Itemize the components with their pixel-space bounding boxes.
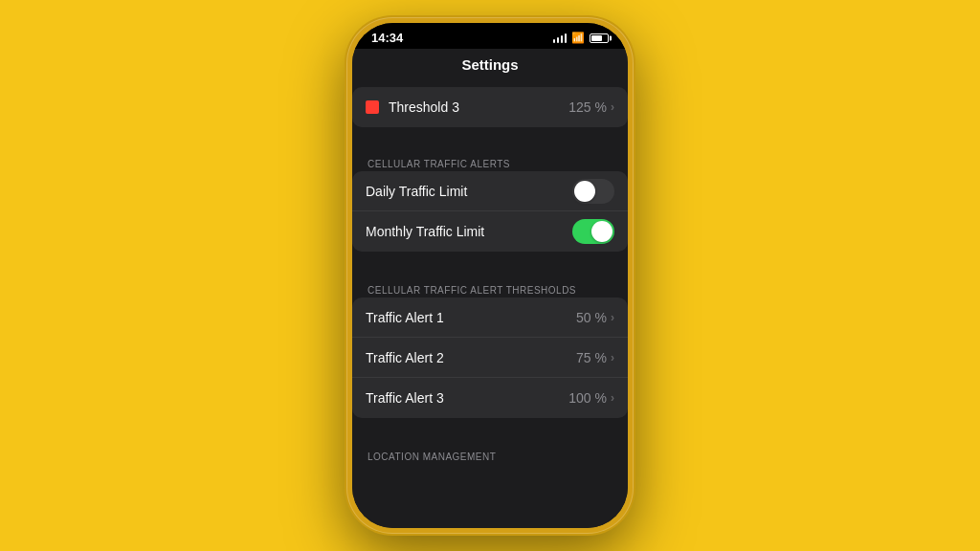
- traffic-alert-1-left: Traffic Alert 1: [366, 310, 576, 325]
- daily-traffic-label: Daily Traffic Limit: [366, 184, 467, 199]
- cellular-alerts-group: CELLULAR TRAFFIC ALERTS Daily Traffic Li…: [352, 154, 628, 252]
- traffic-alert-2-value: 75 %: [576, 350, 607, 365]
- daily-traffic-toggle[interactable]: [572, 179, 614, 204]
- phone-screen: 14:34 📶 Settings: [352, 23, 628, 528]
- cellular-alerts-block: Daily Traffic Limit Monthly Traffic Limi…: [352, 171, 628, 252]
- traffic-alert-3-value: 100 %: [568, 390, 607, 406]
- thresholds-label: CELLULAR TRAFFIC ALERT THRESHOLDS: [352, 276, 591, 299]
- traffic-alert-3-right: 100 % ›: [568, 390, 614, 406]
- traffic-alert-1-right: 50 % ›: [576, 310, 614, 325]
- monthly-traffic-right: [572, 219, 614, 244]
- traffic-alert-3-left: Traffic Alert 3: [366, 390, 568, 406]
- traffic-alert-1-value: 50 %: [576, 310, 607, 325]
- thresholds-block: Traffic Alert 1 50 % › Traffic Alert 2 7…: [352, 298, 628, 418]
- threshold-3-label: Threshold 3: [389, 99, 459, 115]
- notch: [433, 23, 547, 46]
- daily-traffic-item[interactable]: Daily Traffic Limit: [352, 171, 628, 211]
- battery-icon: [590, 33, 609, 43]
- thresholds-group: CELLULAR TRAFFIC ALERT THRESHOLDS Traffi…: [352, 280, 628, 418]
- monthly-traffic-left: Monthly Traffic Limit: [366, 224, 572, 239]
- traffic-alert-2-right: 75 % ›: [576, 350, 614, 365]
- phone-device: 14:34 📶 Settings: [346, 17, 634, 534]
- monthly-traffic-label: Monthly Traffic Limit: [366, 224, 484, 239]
- toggle-thumb: [574, 181, 595, 202]
- threshold-3-left: Threshold 3: [366, 99, 568, 115]
- traffic-alert-1-label: Traffic Alert 1: [366, 310, 444, 325]
- traffic-alert-2-label: Traffic Alert 2: [366, 350, 444, 365]
- threshold-3-item[interactable]: Threshold 3 125 % ›: [352, 87, 628, 127]
- signal-icon: [553, 33, 568, 43]
- status-bar: 14:34 📶: [352, 23, 628, 49]
- content-area: Threshold 3 125 % › CELLULAR TRAFFIC ALE…: [352, 79, 628, 528]
- cellular-alerts-label: CELLULAR TRAFFIC ALERTS: [352, 149, 525, 173]
- traffic-alert-3-label: Traffic Alert 3: [366, 390, 444, 406]
- traffic-alert-2-left: Traffic Alert 2: [366, 350, 576, 365]
- threshold-3-right: 125 % ›: [568, 99, 614, 115]
- traffic-alert-2-item[interactable]: Traffic Alert 2 75 % ›: [352, 338, 628, 378]
- monthly-traffic-toggle[interactable]: [572, 219, 614, 244]
- threshold-3-value: 125 %: [568, 99, 607, 115]
- chevron-icon-3: ›: [611, 391, 614, 405]
- chevron-icon-1: ›: [611, 311, 614, 324]
- traffic-alert-3-item[interactable]: Traffic Alert 3 100 % ›: [352, 378, 628, 418]
- toggle-thumb-2: [591, 221, 612, 242]
- daily-traffic-right: [572, 179, 614, 204]
- traffic-alert-1-item[interactable]: Traffic Alert 1 50 % ›: [352, 298, 628, 338]
- chevron-icon: ›: [611, 100, 614, 114]
- monthly-traffic-item[interactable]: Monthly Traffic Limit: [352, 211, 628, 252]
- chevron-icon-2: ›: [611, 351, 614, 364]
- status-icons: 📶: [553, 32, 610, 44]
- daily-traffic-left: Daily Traffic Limit: [366, 184, 572, 199]
- page-title: Settings: [461, 56, 518, 73]
- location-label: LOCATION MANAGEMENT: [352, 442, 511, 466]
- red-square-icon: [366, 100, 379, 114]
- nav-bar: Settings: [352, 49, 628, 79]
- clock: 14:34: [371, 31, 403, 45]
- wifi-icon: 📶: [571, 32, 585, 44]
- threshold-block: Threshold 3 125 % ›: [352, 87, 628, 127]
